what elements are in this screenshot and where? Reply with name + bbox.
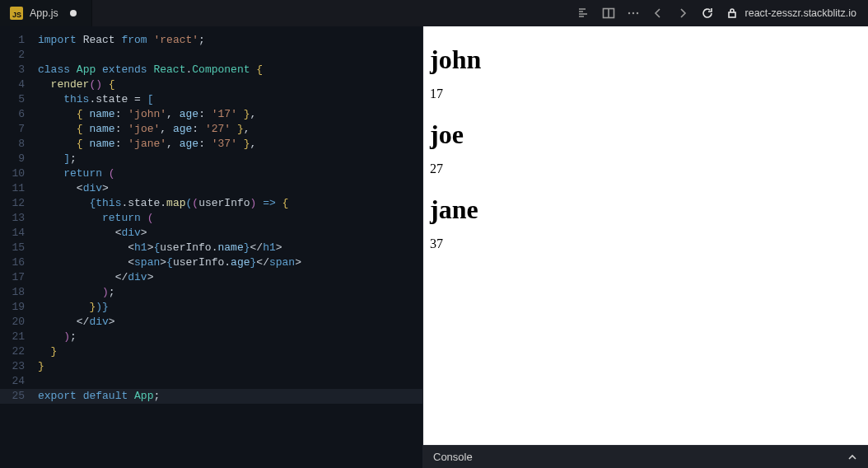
editor-tab[interactable]: JS App.js bbox=[0, 0, 92, 26]
preview-url[interactable]: react-zesszr.stackblitz.io bbox=[745, 7, 856, 19]
unsaved-dot-icon bbox=[70, 10, 77, 16]
main-area: 1234567891011121314151617181920212223242… bbox=[0, 26, 868, 468]
chevron-up-icon[interactable] bbox=[847, 452, 858, 463]
preview-item-age: 17 bbox=[430, 87, 860, 101]
preview-item-name: john bbox=[430, 44, 860, 75]
lock-icon bbox=[726, 7, 739, 20]
svg-point-4 bbox=[636, 12, 637, 14]
top-bar: JS App.js react-zesszr.stackblitz.io bbox=[0, 0, 868, 26]
svg-point-2 bbox=[628, 12, 629, 14]
preview-item: jane 37 bbox=[430, 194, 860, 251]
svg-rect-5 bbox=[729, 12, 735, 17]
more-icon[interactable] bbox=[627, 7, 640, 20]
tab-filename: App.js bbox=[30, 7, 58, 19]
preview-item-age: 37 bbox=[430, 236, 860, 251]
preview-item-age: 27 bbox=[430, 161, 860, 176]
console-label: Console bbox=[433, 451, 473, 463]
nav-back-icon[interactable] bbox=[651, 7, 665, 20]
code-content[interactable]: import React from 'react'; class App ext… bbox=[38, 26, 301, 468]
js-file-icon: JS bbox=[10, 7, 23, 20]
console-bar[interactable]: Console bbox=[423, 445, 868, 468]
preview-output: john 17 joe 27 jane 37 bbox=[423, 26, 868, 445]
code-editor[interactable]: 1234567891011121314151617181920212223242… bbox=[0, 26, 422, 468]
reload-icon[interactable] bbox=[701, 7, 714, 20]
preview-item: john 17 bbox=[430, 44, 860, 101]
preview-item: joe 27 bbox=[430, 119, 860, 176]
split-layout-icon[interactable] bbox=[602, 7, 615, 20]
preview-item-name: joe bbox=[430, 119, 860, 150]
nav-forward-icon[interactable] bbox=[676, 7, 689, 20]
line-gutter: 1234567891011121314151617181920212223242… bbox=[0, 26, 38, 468]
prettier-icon[interactable] bbox=[577, 7, 590, 20]
preview-pane: john 17 joe 27 jane 37 Console bbox=[422, 26, 868, 468]
preview-item-name: jane bbox=[430, 194, 860, 225]
svg-point-3 bbox=[632, 12, 633, 14]
